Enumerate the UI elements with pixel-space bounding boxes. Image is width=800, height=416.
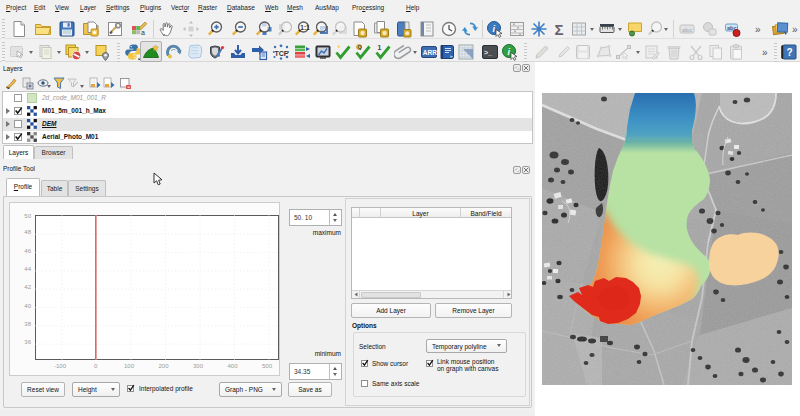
svg-text:abc: abc bbox=[682, 27, 693, 33]
svg-text:1: 1 bbox=[378, 44, 382, 51]
svg-text:ARR: ARR bbox=[423, 49, 437, 56]
svg-text:»: » bbox=[755, 24, 761, 35]
svg-text:Q: Q bbox=[358, 44, 363, 50]
svg-text:»: » bbox=[792, 24, 798, 35]
svg-text:1:1: 1:1 bbox=[300, 24, 310, 31]
svg-text:?: ? bbox=[787, 47, 793, 58]
svg-text:Σ: Σ bbox=[555, 21, 564, 38]
svg-text:>_: >_ bbox=[484, 49, 492, 56]
svg-text:TCF: TCF bbox=[275, 50, 289, 57]
svg-text:a: a bbox=[141, 29, 145, 36]
svg-text:»: » bbox=[762, 47, 768, 58]
